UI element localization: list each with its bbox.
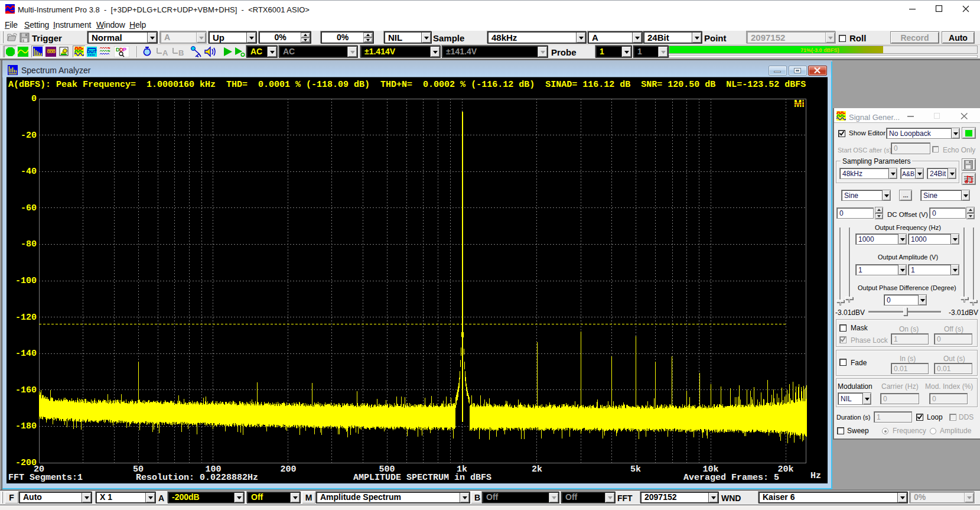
svg-text:P: P [123, 47, 126, 53]
svg-text:Mi: Mi [794, 99, 805, 109]
svg-text:DUT: DUT [87, 49, 97, 54]
svg-text:A: A [162, 48, 168, 56]
svg-text:B: B [178, 48, 184, 56]
